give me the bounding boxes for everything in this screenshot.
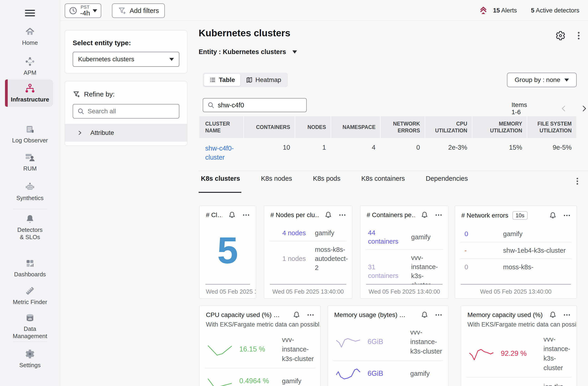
view-toggle: Table Heatmap [203, 73, 288, 87]
column-header[interactable]: NODES [295, 116, 331, 138]
sidebar-item-apm[interactable]: APM [0, 56, 60, 76]
chevron-right-icon[interactable] [580, 105, 588, 112]
metric-label: vvv-instance-k3s-cluster [411, 253, 443, 284]
entity-search-input[interactable] [218, 102, 302, 109]
column-header[interactable]: MEMORY UTILIZATION [472, 116, 527, 138]
list-item[interactable]: 44 containers gamify [360, 225, 448, 249]
card-cpu-capacity-used: CPU capacity used (%) … With EKS/Fargate… [199, 305, 321, 386]
group-by-select[interactable]: Group by : none [507, 73, 577, 87]
tab-k8s-clusters[interactable]: K8s clusters [201, 175, 240, 189]
settings-gear-icon[interactable] [556, 31, 566, 41]
sidebar-item-home[interactable]: Home [0, 27, 60, 46]
list-item[interactable]: 4 nodes gamify [264, 225, 352, 241]
metric-value: 16.15 % [239, 345, 276, 353]
metric-label: moss-k8s- [503, 262, 571, 272]
chevron-left-icon[interactable] [560, 105, 567, 112]
table-cell: 2e-3% [425, 139, 472, 162]
sidebar-item-log-observer[interactable]: Log Observer [0, 125, 60, 144]
sidebar-item-detectors-slos[interactable]: Detectors & SLOs [0, 214, 60, 241]
kebab-menu-icon[interactable] [573, 177, 582, 186]
list-item[interactable]: 1 nodes moss-k8s-autodetect-2 [264, 241, 352, 276]
tab-dependencies[interactable]: Dependencies [426, 175, 468, 189]
tab-k8s-nodes[interactable]: K8s nodes [261, 175, 292, 189]
sidebar-item-settings[interactable]: Settings [0, 349, 60, 369]
table-cell: 1 [295, 139, 331, 162]
sparkline [335, 365, 361, 382]
bell-icon[interactable] [549, 212, 557, 219]
card-title: # Containers pe… [367, 211, 415, 219]
metric-value: 0 [464, 230, 494, 238]
kebab-menu-icon[interactable] [338, 211, 347, 219]
refine-search-box [73, 104, 179, 119]
home-icon [25, 27, 35, 37]
apm-icon [25, 56, 35, 67]
cluster-link[interactable]: shw-c4f0-cluster [205, 145, 234, 161]
refine-search-input[interactable] [88, 108, 175, 115]
list-item[interactable]: 0 gamify [455, 226, 577, 242]
list-item[interactable]: 6GiB gamify [328, 361, 448, 386]
time-picker-button[interactable]: PST -4h [65, 3, 101, 18]
sidebar-item-dashboards[interactable]: Dashboards [0, 258, 60, 278]
sidebar-item-synthetics[interactable]: Synthetics [0, 182, 60, 202]
list-item[interactable]: 64.94 % jen-tko-1b75- [461, 377, 577, 386]
list-item[interactable]: 6GiB vvv-instance-k3s-cluster [328, 323, 448, 361]
add-filters-button[interactable]: Add filters [112, 3, 165, 18]
sidebar-item-label: Home [19, 39, 41, 46]
column-header[interactable]: CONTAINERS [244, 116, 295, 138]
active-tab-underline [199, 192, 241, 193]
list-item[interactable]: 16.15 % vvv-instance-k3s-cluster [200, 330, 320, 368]
card-title: Memory capacity used (%) … [467, 311, 543, 319]
entity-type-panel: Select entity type: Kubernetes clusters [65, 30, 187, 73]
metric-label: vvv-instance-k3s-cluster [544, 334, 571, 373]
kebab-menu-icon[interactable] [574, 31, 584, 41]
list-item[interactable]: - shw-1eb4-k3s-cluster [455, 242, 577, 259]
kebab-menu-icon[interactable] [434, 311, 443, 319]
metric-label: gamify [315, 228, 347, 237]
attribute-expander[interactable]: Attribute [65, 124, 187, 142]
metric-label: vvv-instance-k3s-cluster [410, 327, 443, 356]
bell-icon[interactable] [421, 311, 428, 319]
bell-icon[interactable] [549, 311, 557, 319]
sidebar-item-label: Synthetics [13, 194, 47, 202]
dashboards-icon [25, 258, 35, 268]
column-header[interactable]: CPU UTILIZATION [425, 116, 472, 138]
entity-type-label: Select entity type: [73, 39, 179, 47]
entity-selector[interactable]: Entity : Kubernetes clusters [199, 48, 297, 56]
hamburger-menu-icon[interactable] [25, 8, 35, 18]
sparkline [468, 345, 494, 362]
bell-icon[interactable] [228, 211, 236, 219]
list-item[interactable]: 0 moss-k8s- [455, 259, 577, 275]
tab-k8s-containers[interactable]: K8s containers [361, 175, 405, 189]
refine-by-panel: Refine by: Attribute [65, 81, 187, 146]
column-header[interactable]: CLUSTER NAME [199, 116, 243, 138]
card-clusters-count: # Cl… 5 Wed 05 Feb 2025 13:40:00 [199, 206, 256, 299]
column-header[interactable]: FILE SYSTEM UTILIZATION [527, 116, 576, 138]
filter-plus-icon [73, 90, 80, 98]
entity-selector-label: Entity : Kubernetes clusters [199, 48, 286, 56]
sidebar-item-data-management[interactable]: Data Management [0, 313, 60, 340]
list-item[interactable]: 31 containers vvv-instance-k3s-cluster [360, 250, 448, 284]
view-toggle-table[interactable]: Table [204, 74, 240, 86]
metric-list: 4 nodes gamify 1 nodes moss-k8s-autodete… [264, 225, 352, 284]
entity-search-box [203, 98, 307, 112]
bell-icon[interactable] [293, 311, 300, 319]
sidebar-item-rum[interactable]: RUM [0, 152, 60, 172]
kebab-menu-icon[interactable] [563, 311, 571, 319]
bell-icon[interactable] [324, 211, 332, 219]
sparkline [207, 373, 233, 386]
column-header[interactable]: NETWORK ERRORS [381, 116, 424, 138]
kebab-menu-icon[interactable] [563, 212, 571, 219]
kebab-menu-icon[interactable] [306, 311, 315, 319]
kebab-menu-icon[interactable] [434, 211, 443, 219]
entity-type-select[interactable]: Kubernetes clusters [73, 52, 179, 67]
kebab-menu-icon[interactable] [242, 211, 251, 219]
sidebar-item-metric-finder[interactable]: Metric Finder [0, 286, 60, 306]
sidebar-item-infrastructure[interactable]: Infrastructure [0, 84, 60, 103]
list-item[interactable]: 92.29 % vvv-instance-k3s-cluster [461, 330, 577, 377]
list-item[interactable]: 0.4964 % gamify [200, 368, 320, 386]
bell-icon[interactable] [421, 211, 428, 219]
heatmap-view-icon [246, 77, 253, 83]
column-header[interactable]: NAMESPACE [331, 116, 380, 138]
tab-k8s-pods[interactable]: K8s pods [313, 175, 340, 189]
view-toggle-heatmap[interactable]: Heatmap [240, 74, 287, 86]
